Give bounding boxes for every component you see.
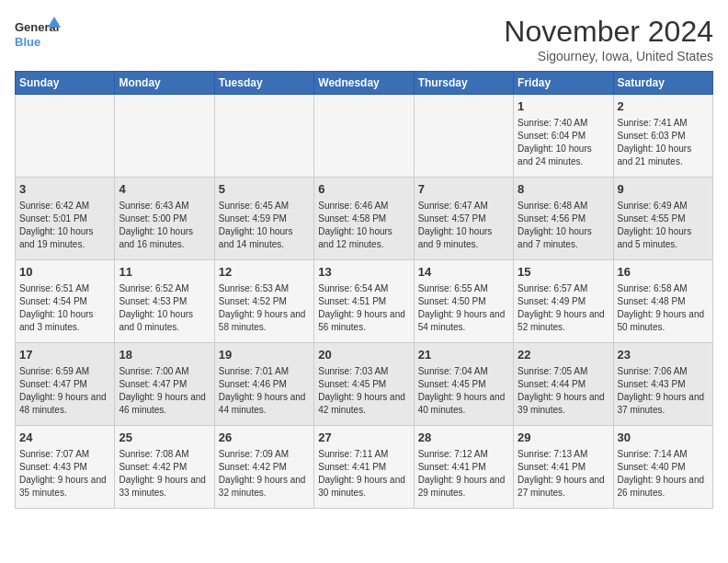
weekday-header: Thursday — [414, 72, 513, 95]
day-info: Sunrise: 6:48 AM — [518, 200, 609, 213]
day-info: Sunrise: 7:13 AM — [518, 448, 609, 461]
day-number: 11 — [119, 264, 210, 281]
calendar-cell: 16Sunrise: 6:58 AMSunset: 4:48 PMDayligh… — [613, 260, 712, 343]
calendar-cell: 22Sunrise: 7:05 AMSunset: 4:44 PMDayligh… — [514, 343, 613, 426]
day-info: Sunrise: 6:59 AM — [19, 365, 110, 378]
calendar-cell: 4Sunrise: 6:43 AMSunset: 5:00 PMDaylight… — [115, 178, 214, 260]
day-info: Sunset: 4:41 PM — [318, 461, 409, 474]
day-info: Sunrise: 7:40 AM — [518, 117, 609, 130]
day-info: Sunset: 4:45 PM — [318, 378, 409, 391]
day-number: 4 — [119, 181, 210, 198]
calendar-cell — [214, 95, 313, 178]
day-info: Sunrise: 7:11 AM — [318, 448, 409, 461]
day-info: Daylight: 9 hours and 56 minutes. — [318, 308, 409, 334]
day-info: Sunset: 5:00 PM — [119, 213, 210, 225]
day-info: Sunset: 4:45 PM — [418, 378, 509, 391]
day-info: Sunset: 4:56 PM — [518, 213, 609, 225]
day-number: 1 — [518, 98, 609, 115]
day-info: Sunrise: 6:49 AM — [618, 200, 709, 213]
day-number: 24 — [19, 430, 110, 446]
calendar-cell: 7Sunrise: 6:47 AMSunset: 4:57 PMDaylight… — [414, 178, 513, 260]
day-info: Daylight: 9 hours and 29 minutes. — [418, 474, 509, 500]
day-info: Daylight: 9 hours and 46 minutes. — [119, 391, 210, 417]
calendar-cell: 30Sunrise: 7:14 AMSunset: 4:40 PMDayligh… — [613, 426, 712, 509]
day-info: Daylight: 9 hours and 30 minutes. — [318, 474, 409, 500]
calendar-cell — [314, 95, 414, 178]
day-info: Sunrise: 6:47 AM — [418, 200, 509, 213]
day-info: Sunrise: 7:09 AM — [219, 448, 310, 461]
day-info: Sunset: 4:41 PM — [518, 461, 609, 474]
calendar-cell: 26Sunrise: 7:09 AMSunset: 4:42 PMDayligh… — [214, 426, 313, 509]
calendar-cell: 18Sunrise: 7:00 AMSunset: 4:47 PMDayligh… — [115, 343, 214, 426]
calendar-cell: 19Sunrise: 7:01 AMSunset: 4:46 PMDayligh… — [214, 343, 313, 426]
calendar-cell: 15Sunrise: 6:57 AMSunset: 4:49 PMDayligh… — [514, 260, 613, 343]
calendar-cell: 23Sunrise: 7:06 AMSunset: 4:43 PMDayligh… — [613, 343, 712, 426]
day-number: 22 — [518, 347, 609, 363]
day-info: Daylight: 10 hours and 24 minutes. — [518, 143, 609, 168]
calendar-week-row: 24Sunrise: 7:07 AMSunset: 4:43 PMDayligh… — [16, 426, 713, 509]
day-info: Daylight: 9 hours and 37 minutes. — [618, 391, 709, 417]
day-info: Sunrise: 6:58 AM — [618, 282, 709, 295]
day-info: Daylight: 10 hours and 16 minutes. — [119, 225, 210, 251]
day-number: 30 — [618, 430, 709, 446]
day-number: 21 — [418, 347, 509, 363]
calendar-cell: 12Sunrise: 6:53 AMSunset: 4:52 PMDayligh… — [214, 260, 313, 343]
day-info: Sunrise: 7:41 AM — [618, 117, 709, 130]
location-subtitle: Sigourney, Iowa, United States — [504, 49, 713, 63]
day-info: Sunrise: 7:01 AM — [219, 365, 310, 378]
day-info: Daylight: 10 hours and 3 minutes. — [19, 308, 110, 334]
day-info: Daylight: 9 hours and 32 minutes. — [219, 474, 310, 500]
day-info: Daylight: 9 hours and 52 minutes. — [518, 308, 609, 334]
day-info: Daylight: 10 hours and 7 minutes. — [518, 225, 609, 251]
calendar-cell: 25Sunrise: 7:08 AMSunset: 4:42 PMDayligh… — [115, 426, 214, 509]
calendar-cell: 10Sunrise: 6:51 AMSunset: 4:54 PMDayligh… — [16, 260, 115, 343]
day-number: 23 — [618, 347, 709, 363]
day-info: Sunrise: 7:04 AM — [418, 365, 509, 378]
day-info: Sunset: 4:43 PM — [19, 461, 110, 474]
day-info: Sunset: 6:04 PM — [518, 130, 609, 143]
calendar-cell — [115, 95, 214, 178]
calendar-cell: 27Sunrise: 7:11 AMSunset: 4:41 PMDayligh… — [314, 426, 414, 509]
day-info: Daylight: 9 hours and 42 minutes. — [318, 391, 409, 417]
day-info: Daylight: 9 hours and 40 minutes. — [418, 391, 509, 417]
weekday-header-row: SundayMondayTuesdayWednesdayThursdayFrid… — [16, 72, 713, 95]
day-info: Sunrise: 7:08 AM — [119, 448, 210, 461]
day-info: Daylight: 9 hours and 26 minutes. — [618, 474, 709, 500]
day-info: Sunrise: 6:45 AM — [219, 200, 310, 213]
day-info: Sunset: 4:52 PM — [219, 295, 310, 308]
day-info: Daylight: 9 hours and 44 minutes. — [219, 391, 310, 417]
day-info: Sunrise: 7:07 AM — [19, 448, 110, 461]
day-info: Sunrise: 6:46 AM — [318, 200, 409, 213]
day-info: Daylight: 9 hours and 39 minutes. — [518, 391, 609, 417]
logo-svg: General Blue — [15, 15, 61, 53]
calendar-cell: 1Sunrise: 7:40 AMSunset: 6:04 PMDaylight… — [514, 95, 613, 178]
day-info: Sunset: 4:59 PM — [219, 213, 310, 225]
day-number: 9 — [618, 181, 709, 198]
calendar-cell: 29Sunrise: 7:13 AMSunset: 4:41 PMDayligh… — [514, 426, 613, 509]
day-number: 5 — [219, 181, 310, 198]
day-number: 10 — [19, 264, 110, 281]
day-info: Daylight: 10 hours and 12 minutes. — [318, 225, 409, 251]
day-info: Sunrise: 6:54 AM — [318, 282, 409, 295]
day-info: Sunset: 4:53 PM — [119, 295, 210, 308]
day-info: Sunset: 4:42 PM — [119, 461, 210, 474]
day-number: 27 — [318, 430, 409, 446]
day-info: Sunset: 4:57 PM — [418, 213, 509, 225]
day-info: Daylight: 9 hours and 50 minutes. — [618, 308, 709, 334]
calendar-cell: 2Sunrise: 7:41 AMSunset: 6:03 PMDaylight… — [613, 95, 712, 178]
calendar-cell: 28Sunrise: 7:12 AMSunset: 4:41 PMDayligh… — [414, 426, 513, 509]
calendar-cell: 8Sunrise: 6:48 AMSunset: 4:56 PMDaylight… — [514, 178, 613, 260]
day-number: 8 — [518, 181, 609, 198]
day-info: Sunset: 4:58 PM — [318, 213, 409, 225]
day-info: Daylight: 10 hours and 9 minutes. — [418, 225, 509, 251]
calendar-cell: 21Sunrise: 7:04 AMSunset: 4:45 PMDayligh… — [414, 343, 513, 426]
day-info: Sunset: 4:46 PM — [219, 378, 310, 391]
day-info: Sunset: 4:40 PM — [618, 461, 709, 474]
day-info: Daylight: 9 hours and 35 minutes. — [19, 474, 110, 500]
calendar-week-row: 3Sunrise: 6:42 AMSunset: 5:01 PMDaylight… — [16, 178, 713, 260]
header: General Blue November 2024 Sigourney, Io… — [15, 15, 713, 63]
day-info: Sunrise: 7:14 AM — [618, 448, 709, 461]
calendar-cell: 17Sunrise: 6:59 AMSunset: 4:47 PMDayligh… — [16, 343, 115, 426]
calendar-cell: 9Sunrise: 6:49 AMSunset: 4:55 PMDaylight… — [613, 178, 712, 260]
day-info: Sunrise: 7:06 AM — [618, 365, 709, 378]
